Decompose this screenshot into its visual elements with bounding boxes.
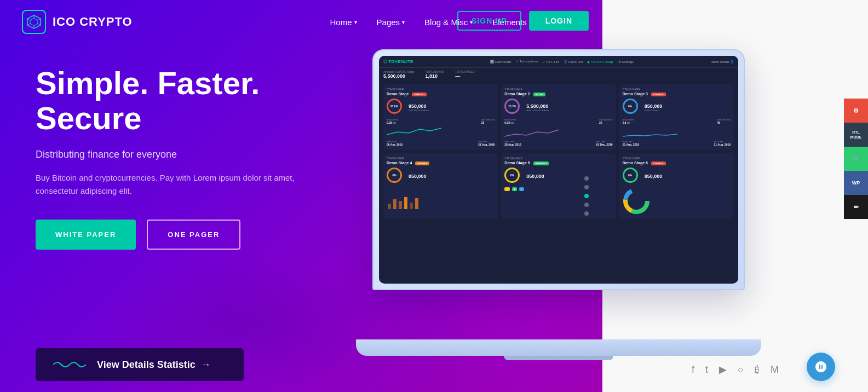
dash-nav-transactions: ↔ Transactions: [515, 60, 538, 64]
card-1-badge: STARTED: [412, 93, 427, 96]
card-1-circle: 97.6%: [387, 99, 402, 114]
dash-nav-dashboard: 📊 Dashboard: [490, 60, 511, 64]
nav-home[interactable]: Home ▾: [330, 18, 357, 27]
wave-icon: [53, 358, 86, 371]
card-1-name: Demo Stage STARTED: [387, 92, 495, 96]
card-1-amount: 950,000: [409, 103, 429, 109]
side-buttons: ⚙ RTLMODE 🛒 WP ✏: [844, 99, 868, 219]
chat-button[interactable]: [807, 353, 835, 381]
card-3-name: Demo Stage 3 STARTED: [623, 92, 731, 96]
dash-nav-users: 👤 Users List: [564, 60, 583, 64]
stat-raised: TOTAL RAISED —: [455, 70, 474, 79]
card-5-amount: 850,000: [526, 174, 544, 179]
side-edit-button[interactable]: ✏: [844, 195, 868, 219]
card-2-circle: 25.7%: [504, 99, 520, 114]
card-2-dates: Start Date28 Aug, 2019 End Date01 Dec, 2…: [504, 140, 612, 146]
card-4-circle: 0%: [387, 168, 402, 183]
hero-title: Simple. Faster. Secure: [36, 66, 353, 136]
card-3-circle: 0%: [623, 99, 638, 114]
svg-rect-8: [388, 204, 391, 209]
nav-pages[interactable]: Pages ▾: [377, 18, 405, 27]
social-medium-icon[interactable]: M: [771, 364, 779, 376]
dashboard-card-5: STAGE NAME Demo Stage 5 RENEWED 0% 850,0…: [501, 153, 616, 219]
card-3-amount: 850,000: [645, 103, 663, 109]
card-4-amount: 850,000: [409, 174, 427, 179]
chevron-down-icon: ▾: [354, 19, 357, 25]
white-paper-button[interactable]: WHITE PAPER: [36, 220, 136, 250]
hero-description: Buy Bitcoin and cryptocurrencies. Pay wi…: [36, 171, 298, 198]
svg-rect-11: [404, 197, 407, 209]
dot-5: [584, 211, 589, 216]
login-button[interactable]: LOGIN: [529, 11, 589, 31]
logo-icon: [22, 10, 46, 34]
dashboard-topbar: ⬡ TOKENLITE 📊 Dashboard ↔ Transactions ✓…: [379, 56, 738, 68]
card-4-name: Demo Stage 4 PREMIER: [387, 161, 495, 165]
chevron-down-icon: ▾: [402, 19, 405, 25]
dash-nav-kyc: ✓ KYC List: [543, 60, 559, 64]
laptop-mockup: ⬡ TOKENLITE 📊 Dashboard ↔ Transactions ✓…: [372, 49, 767, 356]
view-details-label: View Details Statistic →: [97, 359, 211, 371]
one-pager-button[interactable]: ONE PAGER: [147, 220, 240, 250]
side-rtl-button[interactable]: RTLMODE: [844, 123, 868, 147]
card-5-tag-1: ★: [504, 187, 510, 191]
card-1-row1: Bonus Rate0.25 MIN Sales Amount20: [387, 118, 495, 124]
stat-total-bonus: TOTAL BONUS 1,810: [426, 70, 445, 79]
card-3-chart: [623, 126, 677, 137]
dots-indicator: [584, 176, 589, 216]
view-details-bar[interactable]: View Details Statistic →: [36, 348, 244, 381]
side-settings-button[interactable]: ⚙: [844, 99, 868, 123]
social-bitcoin-icon[interactable]: ₿: [755, 364, 760, 376]
card-4-label: STAGE NAME: [387, 157, 495, 160]
card-4-badge: PREMIER: [415, 162, 429, 165]
dot-3: [584, 194, 589, 198]
dashboard-card-4: STAGE NAME Demo Stage 4 PREMIER 0% 850,0…: [383, 153, 498, 219]
dashboard-logo: ⬡ TOKENLITE: [383, 59, 413, 64]
dashboard-hello: Hello! Admin 👤: [711, 60, 734, 64]
card-3-sub: Hold 0 Tokens: [645, 109, 663, 112]
card-2-badge: ACTIVE: [533, 93, 546, 96]
card-2-row1: Bonus Rate0.35 MIN Sales Amount20: [504, 118, 612, 124]
hero-content: Simple. Faster. Secure Distributing fina…: [36, 66, 353, 250]
card-5-tag-2: ◆: [512, 187, 517, 191]
card-1-chart: [387, 126, 441, 137]
card-3-label: STAGE NAME: [623, 88, 731, 91]
social-twitter-icon[interactable]: t: [705, 364, 708, 376]
card-3-badge: STARTED: [651, 93, 666, 96]
card-2-amount: 5,500,000: [526, 103, 549, 109]
social-facebook-icon[interactable]: f: [692, 364, 694, 376]
card-5-circle: 0%: [504, 168, 520, 183]
card-6-badge: STARTED: [651, 162, 666, 165]
card-5-name: Demo Stage 5 RENEWED: [504, 161, 612, 165]
card-2-label: STAGE NAME: [504, 88, 612, 91]
brand-name: ICO CRYPTO: [53, 15, 133, 29]
dot-4: [584, 203, 589, 207]
social-youtube-icon[interactable]: ▶: [719, 364, 727, 376]
dash-nav-ico: ◆ ICO/STO Stage: [587, 60, 614, 64]
arrow-right-icon: →: [201, 359, 211, 371]
card-6-circle: 0%: [623, 168, 638, 183]
dash-nav-settings: ⚙ Settings: [618, 60, 634, 64]
card-2-name: Demo Stage 2 ACTIVE: [504, 92, 612, 96]
dashboard-stats-row: Available ICO/STO Stage 5,500,000 TOTAL …: [379, 68, 738, 79]
dashboard-nav: 📊 Dashboard ↔ Transactions ✓ KYC List 👤 …: [490, 60, 634, 64]
dashboard-card-2: STAGE NAME Demo Stage 2 ACTIVE 25.7% 5,5…: [501, 84, 616, 150]
dashboard: ⬡ TOKENLITE 📊 Dashboard ↔ Transactions ✓…: [379, 56, 738, 284]
stat-raised-value: —: [455, 73, 474, 79]
card-1-dates: Start Date06 Apr, 2019 End Date31 Aug, 2…: [387, 140, 495, 146]
svg-rect-9: [393, 199, 396, 209]
stat-available-value: 5,500,000: [383, 73, 415, 79]
card-6-name: Demo Stage 6 STARTED: [623, 161, 731, 165]
laptop-base: [356, 339, 761, 356]
card-5-tag-3: ●: [519, 187, 524, 191]
side-wp-button[interactable]: WP: [844, 171, 868, 195]
auth-buttons: SIGN UP LOGIN: [457, 11, 589, 31]
signup-button[interactable]: SIGN UP: [457, 11, 521, 31]
dashboard-cards-grid: STAGE NAME Demo Stage STARTED 97.6% 950,…: [379, 80, 738, 223]
card-2-chart: [504, 126, 559, 137]
chat-icon: [814, 360, 827, 373]
social-bar: f t ▶ ○ ₿ M: [692, 364, 779, 376]
side-cart-button[interactable]: 🛒: [844, 147, 868, 171]
dashboard-card-3: STAGE NAME Demo Stage 3 STARTED 0% 850,0…: [619, 84, 734, 150]
card-5-badge: RENEWED: [533, 162, 549, 165]
social-github-icon[interactable]: ○: [738, 364, 744, 376]
